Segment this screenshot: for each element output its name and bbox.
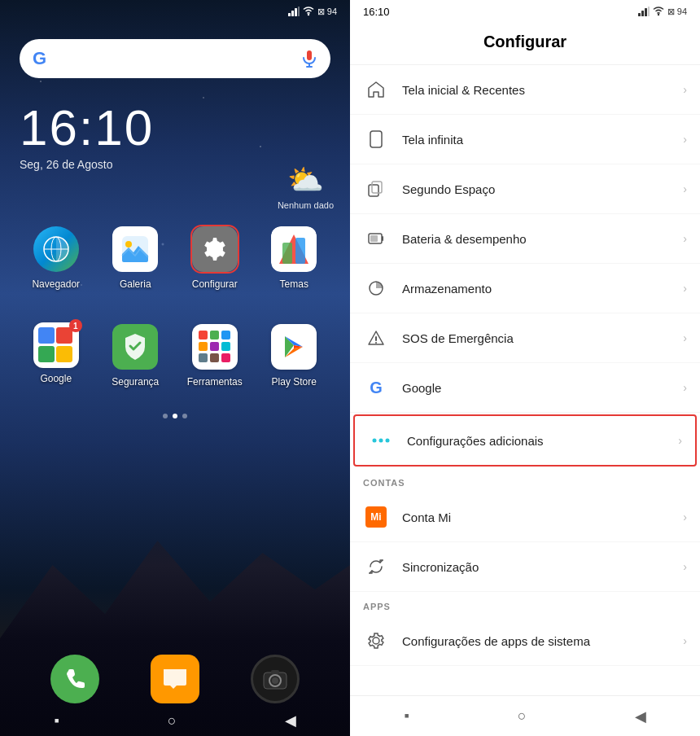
right-nav-square[interactable]: ▪ [404, 708, 409, 725]
svg-point-34 [375, 342, 377, 344]
google-chevron: › [683, 381, 687, 394]
tela-infinita-chevron: › [683, 133, 687, 146]
app-item-playstore[interactable]: Play Store [261, 322, 326, 388]
svg-point-25 [658, 14, 659, 15]
nav-btn-circle[interactable]: ○ [168, 712, 177, 729]
google-logo: G [33, 48, 46, 69]
bateria-label: Bateria & desempenho [402, 232, 683, 246]
app-item-temas[interactable]: Temas [261, 225, 326, 290]
warning-icon [363, 325, 389, 351]
signal-icon [288, 7, 300, 16]
settings-item-sos[interactable]: SOS de Emergência › [350, 313, 700, 363]
search-bar[interactable]: G [20, 39, 330, 78]
ferramentas-label: Ferramentas [187, 376, 243, 388]
nav-btn-square[interactable]: ▪ [54, 712, 59, 729]
dock-messages[interactable] [151, 655, 199, 703]
right-panel: 16:10 ⊠ 94 Configurar Tela inicial & Rec… [350, 0, 700, 736]
phone-icon [50, 655, 99, 703]
svg-rect-5 [307, 50, 312, 60]
apps-sistema-label: Configurações de apps de sistema [402, 634, 683, 648]
seguranca-label: Segurança [112, 376, 159, 388]
ferramentas-icon [192, 324, 238, 370]
app-item-navegador[interactable]: Navegador [24, 225, 89, 290]
configurar-label: Configurar [192, 278, 238, 290]
weather-widget: ⛅ Nenhum dado [278, 163, 334, 210]
settings-item-bateria[interactable]: Bateria & desempenho › [350, 214, 700, 264]
sincronizacao-chevron: › [683, 560, 687, 573]
settings-item-conta-mi[interactable]: Mi Conta Mi › [350, 493, 700, 542]
sincronizacao-label: Sincronização [402, 560, 683, 574]
tela-infinita-label: Tela infinita [402, 133, 683, 147]
svg-rect-16 [295, 238, 305, 264]
navegador-icon [33, 226, 79, 272]
right-nav-circle[interactable]: ○ [518, 708, 527, 725]
apps-sistema-chevron: › [683, 634, 687, 647]
svg-point-37 [386, 439, 390, 443]
nav-btn-back[interactable]: ◀ [285, 712, 296, 729]
app-item-configurar[interactable]: Configurar [182, 225, 247, 290]
time-right: 16:10 [363, 6, 390, 18]
galeria-icon [112, 226, 158, 272]
settings-item-armazenamento[interactable]: Armazenamento › [350, 264, 700, 313]
svg-rect-28 [372, 182, 382, 193]
battery-icon [363, 226, 389, 252]
svg-rect-31 [370, 235, 378, 242]
signal-icon-right [638, 7, 650, 16]
app-item-galeria[interactable]: Galeria [103, 225, 168, 290]
dots-icon [368, 427, 394, 453]
copy-icon [363, 176, 389, 202]
dock [0, 655, 350, 703]
google-settings-label: Google [402, 381, 683, 395]
navegador-label: Navegador [32, 278, 80, 290]
right-nav-back[interactable]: ◀ [635, 708, 646, 725]
config-adicionais-label: Configurações adicionais [407, 434, 678, 448]
galeria-label: Galeria [120, 278, 151, 290]
settings-item-apps-sistema[interactable]: Configurações de apps de sistema › [350, 616, 700, 666]
home-icon [363, 77, 389, 103]
settings-item-sincronizacao[interactable]: Sincronização › [350, 542, 700, 592]
battery-icon-left: ⊠ 94 [317, 7, 337, 17]
seguranca-icon [112, 324, 158, 370]
wifi-icon-right [653, 7, 664, 16]
settings-item-tela-inicial[interactable]: Tela inicial & Recentes › [350, 65, 700, 115]
conta-mi-label: Conta Mi [402, 510, 683, 524]
wifi-icon [303, 7, 314, 16]
svg-rect-15 [282, 243, 292, 264]
weather-text: Nenhum dado [278, 200, 334, 210]
mic-icon[interactable] [301, 50, 317, 67]
bottom-nav-right: ▪ ○ ◀ [350, 695, 700, 736]
settings-item-tela-infinita[interactable]: Tela infinita › [350, 115, 700, 164]
svg-rect-30 [382, 236, 383, 241]
tela-inicial-chevron: › [683, 83, 687, 96]
dock-camera[interactable] [251, 655, 300, 703]
settings-item-config-adicionais[interactable]: Configurações adicionais › [353, 414, 697, 467]
svg-point-36 [379, 439, 383, 443]
svg-rect-0 [288, 13, 291, 16]
bateria-chevron: › [683, 232, 687, 245]
svg-point-4 [308, 14, 309, 15]
bottom-nav-left: ▪ ○ ◀ [0, 712, 350, 729]
svg-rect-1 [291, 11, 294, 16]
svg-rect-27 [369, 185, 378, 196]
left-panel: ⊠ 94 G 16:10 Seg, 26 de Agosto ⛅ Nenhum … [0, 0, 350, 736]
svg-rect-21 [638, 13, 641, 16]
temas-icon [271, 226, 317, 272]
settings-list: Tela inicial & Recentes › Tela infinita … [350, 65, 700, 695]
page-dots [0, 401, 350, 432]
svg-rect-26 [370, 131, 382, 147]
segundo-espaco-label: Segundo Espaço [402, 182, 683, 196]
app-item-google[interactable]: 1 Google [24, 322, 89, 388]
settings-item-segundo-espaco[interactable]: Segundo Espaço › [350, 164, 700, 214]
app-item-seguranca[interactable]: Segurança [103, 322, 168, 388]
svg-rect-23 [645, 8, 647, 16]
dock-phone[interactable] [50, 655, 99, 703]
temas-label: Temas [280, 278, 308, 290]
app-row-2: 1 Google Segurança [0, 309, 350, 401]
svg-rect-3 [298, 7, 300, 16]
sync-icon [363, 554, 389, 580]
portrait-icon [363, 126, 389, 152]
armazenamento-chevron: › [683, 282, 687, 295]
app-row-1: Navegador Galeria Configurar [0, 212, 350, 303]
app-item-ferramentas[interactable]: Ferramentas [182, 322, 247, 388]
settings-item-google[interactable]: G Google › [350, 363, 700, 413]
